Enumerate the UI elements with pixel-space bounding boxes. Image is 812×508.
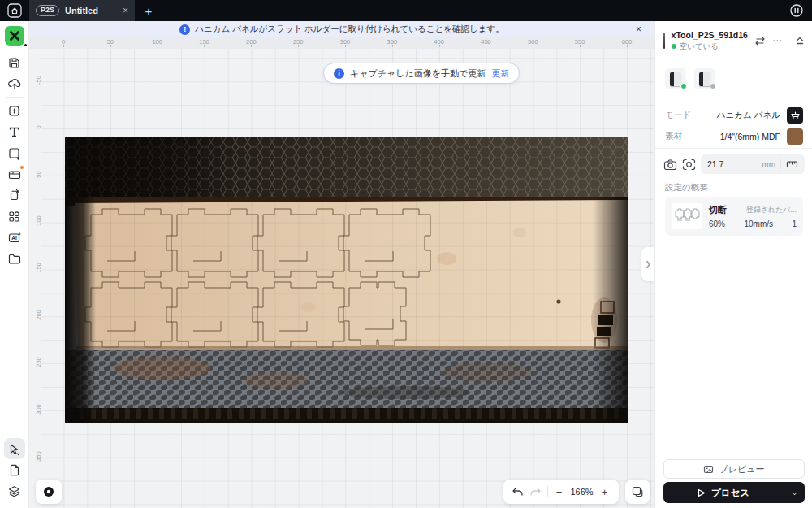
ruler-tick-label: 150	[35, 260, 42, 276]
module-status-dot	[680, 83, 687, 89]
page-button[interactable]	[4, 459, 25, 480]
cloud-upload-button[interactable]	[4, 73, 25, 94]
honeycomb-panel-icon	[787, 107, 803, 124]
mode-value: ハニカム パネル	[717, 110, 780, 121]
camera-capture-image[interactable]	[65, 137, 628, 423]
ruler-vertical: -50050100150200250300350	[29, 49, 41, 508]
xtool-x-icon	[9, 30, 20, 41]
thickness-row: 21.7 mm	[655, 153, 812, 176]
mode-label: モード	[665, 110, 710, 121]
camera-icon[interactable]	[663, 158, 677, 171]
ruler-tick-label: 350	[35, 448, 42, 464]
home-icon	[6, 2, 23, 19]
material-label: 素材	[665, 131, 714, 142]
divider	[547, 486, 548, 497]
registered-params: 登録されたパ...	[746, 205, 797, 215]
panel-collapse-handle[interactable]: ❯	[641, 247, 654, 281]
power-value: 60%	[709, 219, 725, 228]
setting-card[interactable]: 切断 登録されたパ... 60% 10mm/s 1	[665, 197, 803, 236]
banner-text: ハニカム パネルがスラット ホルダーに取り付けられていることを確認します。	[195, 24, 503, 35]
preview-button[interactable]: プレビュー	[663, 459, 805, 479]
duplicate-canvas-button[interactable]	[625, 480, 650, 504]
banner-close-icon[interactable]: ×	[636, 24, 641, 35]
ruler-tick-label: -50	[35, 72, 42, 89]
ruler-tick-label: 100	[35, 213, 42, 229]
process-type: 切断	[709, 204, 727, 216]
zoom-toolbar: − 166% +	[503, 480, 619, 504]
toast-text: キャプチャした画像を手動で更新	[350, 67, 486, 80]
tab-title: Untitled	[65, 6, 117, 15]
zoom-level[interactable]: 166%	[568, 487, 596, 497]
module-selector	[655, 63, 812, 94]
device-model-badge: P2S	[36, 5, 59, 16]
new-tab-button[interactable]: +	[135, 0, 162, 21]
material-swatch	[787, 128, 803, 145]
module-thumb-active[interactable]	[665, 68, 686, 89]
capture-toast: i キャプチャした画像を手動で更新 更新	[323, 63, 520, 84]
process-button[interactable]: プロセス ⌄	[663, 482, 805, 503]
refresh-link[interactable]: 更新	[491, 67, 509, 80]
redo-button[interactable]	[527, 487, 545, 497]
module-thumb-inactive[interactable]	[694, 68, 715, 89]
info-icon: i	[334, 68, 344, 79]
top-bar: P2S Untitled × +	[0, 0, 812, 21]
ruler-tick-label: 300	[35, 401, 42, 417]
apps-button[interactable]	[4, 206, 25, 227]
divider	[655, 59, 812, 59]
measure-icon[interactable]	[786, 159, 798, 169]
left-toolbar: AI	[0, 21, 29, 508]
thickness-field[interactable]: 21.7 mm	[701, 154, 805, 174]
zoom-out-button[interactable]: −	[551, 486, 568, 498]
process-dropdown[interactable]: ⌄	[784, 482, 805, 503]
module-status-dot	[710, 83, 716, 89]
pass-count: 1	[792, 219, 797, 228]
laser-spot-button[interactable]	[36, 480, 62, 504]
shape-tool-button[interactable]	[4, 142, 25, 163]
device-header[interactable]: xTool_P2S_591d16 空いている ⋯	[655, 26, 812, 55]
material-row[interactable]: 素材 1/4"(6mm) MDF	[655, 127, 812, 146]
material-library-button[interactable]	[4, 163, 25, 185]
notification-dot	[19, 165, 24, 170]
preview-icon	[703, 464, 714, 475]
device-status: 空いている	[680, 41, 719, 52]
transform-button[interactable]	[4, 185, 25, 206]
divider	[655, 148, 812, 149]
eject-panel-icon[interactable]	[795, 37, 805, 45]
tab-close-icon[interactable]: ×	[123, 5, 128, 16]
warning-banner: ! ハニカム パネルがスラット ホルダーに取り付けられていることを確認します。 …	[29, 21, 654, 37]
files-button[interactable]	[4, 248, 25, 269]
xtool-logo[interactable]	[5, 26, 24, 46]
ruler-horizontal: 050100150200250300350400450500550600	[29, 37, 654, 49]
more-icon[interactable]: ⋯	[772, 35, 782, 46]
save-button[interactable]	[4, 52, 25, 73]
task-history-icon[interactable]	[789, 3, 804, 18]
text-tool-button[interactable]	[4, 121, 25, 142]
document-tab[interactable]: P2S Untitled ×	[29, 0, 135, 21]
spot-icon	[42, 485, 55, 498]
thickness-value[interactable]: 21.7	[707, 159, 757, 169]
svg-text:AI: AI	[11, 235, 17, 241]
divider	[780, 159, 781, 169]
play-icon	[698, 488, 706, 497]
info-icon: !	[179, 24, 190, 35]
toolbar-divider	[6, 97, 23, 98]
switch-device-icon[interactable]	[754, 37, 766, 46]
status-dot	[672, 44, 676, 49]
ruler-tick-label: 50	[35, 166, 42, 182]
home-button[interactable]	[0, 0, 29, 21]
camera-refresh-icon[interactable]	[682, 158, 696, 171]
speed-value: 10mm/s	[744, 219, 773, 228]
undo-button[interactable]	[509, 487, 527, 497]
layers-button[interactable]	[4, 480, 25, 501]
ai-tools-button[interactable]: AI	[4, 227, 25, 248]
preview-label: プレビュー	[719, 463, 764, 475]
right-panel: xTool_P2S_591d16 空いている ⋯ モード ハニカム パネル 素材…	[654, 21, 812, 508]
select-tool-button[interactable]	[4, 438, 25, 459]
ruler-tick-label: 0	[35, 119, 42, 135]
mode-row[interactable]: モード ハニカム パネル	[655, 106, 812, 125]
zoom-in-button[interactable]: +	[596, 486, 614, 498]
insert-button[interactable]	[4, 100, 25, 121]
duplicate-icon	[631, 485, 644, 498]
device-thumbnail	[663, 33, 665, 49]
ruler-tick-label: 250	[35, 354, 42, 370]
